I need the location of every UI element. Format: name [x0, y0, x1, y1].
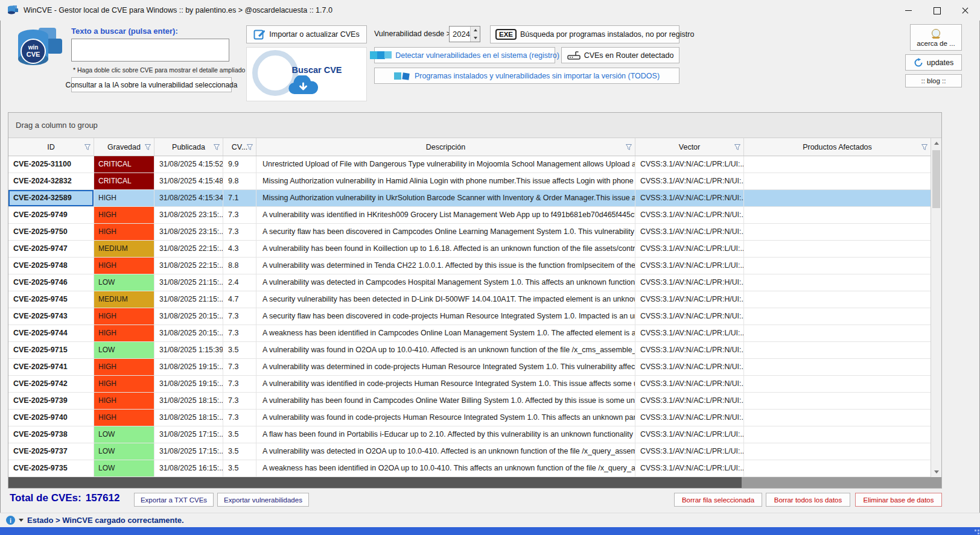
column-header-productos-afectados[interactable]: Productos Afectados — [744, 138, 931, 156]
severity-badge: CRITICAL — [94, 173, 154, 189]
cell-id: CVE-2025-9743 — [8, 308, 94, 324]
vertical-scroll-thumb[interactable] — [932, 150, 940, 208]
table-row[interactable]: CVE-2025-9749HIGH31/08/2025 23:15:...7.3… — [8, 207, 931, 224]
table-row[interactable]: CVE-2025-9741HIGH31/08/2025 19:15:...7.3… — [8, 359, 931, 376]
table-row[interactable]: CVE-2025-9715LOW31/08/2025 1:15:393.5A v… — [8, 342, 931, 359]
status-chevron-icon[interactable] — [19, 519, 24, 522]
column-header-id[interactable]: ID — [8, 138, 94, 156]
router-cves-button[interactable]: CVEs en Router detectado — [561, 47, 679, 63]
table-row[interactable]: CVE-2025-9748HIGH31/08/2025 22:15:...8.8… — [8, 258, 931, 274]
cell-products — [744, 224, 931, 240]
installed-programs-button[interactable]: Programas instalados y vulnerabilidades … — [374, 68, 679, 84]
column-header-descripci-n[interactable]: Descripción — [256, 138, 635, 156]
group-by-panel[interactable]: Drag a column to group — [8, 113, 941, 138]
filter-icon[interactable] — [921, 144, 928, 151]
cell-description: A vulnerability was determined in Tenda … — [256, 258, 635, 274]
consult-ai-button[interactable]: Consultar a la IA sobre la vulnerabilida… — [71, 77, 232, 92]
vertical-scrollbar[interactable] — [931, 138, 941, 477]
buscar-cve-button[interactable]: Buscar CVE — [246, 47, 367, 101]
table-row[interactable]: CVE-2025-31100CRITICAL31/08/2025 4:15:52… — [8, 156, 931, 173]
search-input[interactable] — [71, 39, 229, 62]
table-row[interactable]: CVE-2024-32589HIGH31/08/2025 4:15:347.1M… — [8, 190, 931, 207]
column-label: Productos Afectados — [803, 143, 872, 151]
maximize-button[interactable] — [923, 1, 951, 21]
export-txt-button[interactable]: Exportar a TXT CVEs — [134, 493, 214, 507]
delete-selected-row-button[interactable]: Borrar fila seleccionada — [674, 493, 762, 507]
cell-id: CVE-2025-9745 — [8, 291, 94, 308]
info-icon[interactable] — [6, 516, 15, 525]
cell-published: 31/08/2025 4:15:52 — [154, 156, 223, 173]
table-row[interactable]: CVE-2025-9740HIGH31/08/2025 18:15:...7.3… — [8, 410, 931, 426]
cell-description: A vulnerability was detected in O2OA up … — [256, 443, 635, 460]
table-row[interactable]: CVE-2025-9750HIGH31/08/2025 23:15:...7.3… — [8, 224, 931, 241]
cell-vector: CVSS:3.1/AV:N/AC:L/PR:N/UI:... — [635, 173, 744, 189]
filter-icon[interactable] — [84, 144, 91, 151]
table-row[interactable]: CVE-2025-9739HIGH31/08/2025 18:15:...7.3… — [8, 393, 931, 410]
minimize-button[interactable] — [894, 1, 923, 21]
table-row[interactable]: CVE-2025-9743HIGH31/08/2025 20:15:...7.3… — [8, 308, 931, 325]
filter-icon[interactable] — [246, 144, 253, 151]
cell-description: Missing Authorization vulnerability in U… — [256, 190, 635, 206]
cell-published: 31/08/2025 22:15:... — [154, 258, 223, 274]
status-bar: Estado > WinCVE cargado correctamente. — [0, 513, 980, 527]
table-row[interactable]: CVE-2025-9742HIGH31/08/2025 19:15:...7.3… — [8, 376, 931, 393]
export-vulnerabilities-button[interactable]: Exportar vulnerabilidades — [217, 493, 309, 507]
close-button[interactable] — [951, 1, 979, 21]
blog-button[interactable]: :: blog :: — [905, 74, 962, 87]
cell-published: 31/08/2025 23:15:... — [154, 207, 223, 223]
table-row[interactable]: CVE-2025-9745MEDIUM31/08/2025 21:15:...4… — [8, 291, 931, 308]
cloud-download-icon — [287, 75, 320, 99]
table-row[interactable]: CVE-2025-9735LOW31/08/2025 16:15:...3.5A… — [8, 460, 931, 477]
table-row[interactable]: CVE-2025-9747MEDIUM31/08/2025 22:15:...4… — [8, 241, 931, 258]
detect-vulnerabilities-button[interactable]: Detectar vulnerabilidades en el sistema … — [374, 47, 555, 63]
table-row[interactable]: CVE-2025-9746LOW31/08/2025 21:15:...2.4A… — [8, 274, 931, 291]
cell-description: Unrestricted Upload of File with Dangero… — [256, 156, 635, 173]
cell-published: 31/08/2025 17:15:... — [154, 426, 223, 443]
cell-products — [744, 207, 931, 223]
spinner-up-button[interactable] — [471, 27, 480, 34]
delete-database-button[interactable]: Eliminar base de datos — [855, 493, 942, 507]
cell-vector: CVSS:3.1/AV:N/AC:L/PR:N/UI:... — [635, 342, 744, 358]
about-label: acerca de ... — [917, 40, 955, 47]
scroll-up-button[interactable] — [931, 138, 941, 148]
cell-description: A vulnerability was identified in code-p… — [256, 376, 635, 392]
table-row[interactable]: CVE-2024-32832CRITICAL31/08/2025 4:15:48… — [8, 173, 931, 190]
exe-search-button[interactable]: EXE Búsqueda por programas instalados, n… — [490, 25, 679, 43]
search-label: Texto a buscar (pulsa enter): — [71, 27, 178, 36]
severity-badge: HIGH — [94, 325, 154, 341]
cell-severity: HIGH — [94, 376, 154, 392]
filter-icon[interactable] — [734, 144, 741, 151]
cell-description: A flaw has been found in Portabilis i-Ed… — [256, 426, 635, 443]
cell-id: CVE-2025-9747 — [8, 241, 94, 257]
table-row[interactable]: CVE-2025-9744HIGH31/08/2025 20:15:...7.3… — [8, 325, 931, 342]
column-header-publicada[interactable]: Publicada — [154, 138, 223, 156]
column-header-cv[interactable]: CV... — [223, 138, 256, 156]
cell-severity: HIGH — [94, 258, 154, 274]
filter-icon[interactable] — [625, 144, 632, 151]
cell-products — [744, 342, 931, 358]
cell-id: CVE-2025-9740 — [8, 410, 94, 426]
horizontal-scrollbar[interactable] — [8, 477, 941, 488]
scroll-down-button[interactable] — [931, 467, 941, 477]
cve-grid: Drag a column to group IDGravedadPublica… — [8, 112, 942, 489]
table-row[interactable]: CVE-2025-9738LOW31/08/2025 17:15:...3.5A… — [8, 426, 931, 443]
about-button[interactable]: acerca de ... — [910, 24, 962, 51]
horizontal-scroll-thumb[interactable] — [8, 477, 742, 488]
year-spinner[interactable]: 2024 — [449, 26, 480, 42]
updates-button[interactable]: updates — [905, 54, 962, 71]
table-row[interactable]: CVE-2025-9737LOW31/08/2025 17:15:...3.5A… — [8, 443, 931, 460]
blog-label: :: blog :: — [921, 77, 946, 84]
buscar-cve-label: Buscar CVE — [275, 65, 359, 75]
resize-grip[interactable] — [975, 530, 976, 531]
column-header-vector[interactable]: Vector — [635, 138, 744, 156]
filter-icon[interactable] — [213, 144, 220, 151]
import-cves-button[interactable]: Importar o actualizar CVEs — [246, 25, 367, 43]
severity-badge: CRITICAL — [94, 156, 154, 173]
column-header-gravedad[interactable]: Gravedad — [94, 138, 154, 156]
cell-severity: LOW — [94, 426, 154, 443]
filter-icon[interactable] — [144, 144, 151, 151]
cell-products — [744, 426, 931, 443]
delete-all-data-button[interactable]: Borrar todos los datos — [766, 493, 850, 507]
spinner-down-button[interactable] — [471, 34, 480, 42]
column-label: Gravedad — [107, 143, 141, 151]
